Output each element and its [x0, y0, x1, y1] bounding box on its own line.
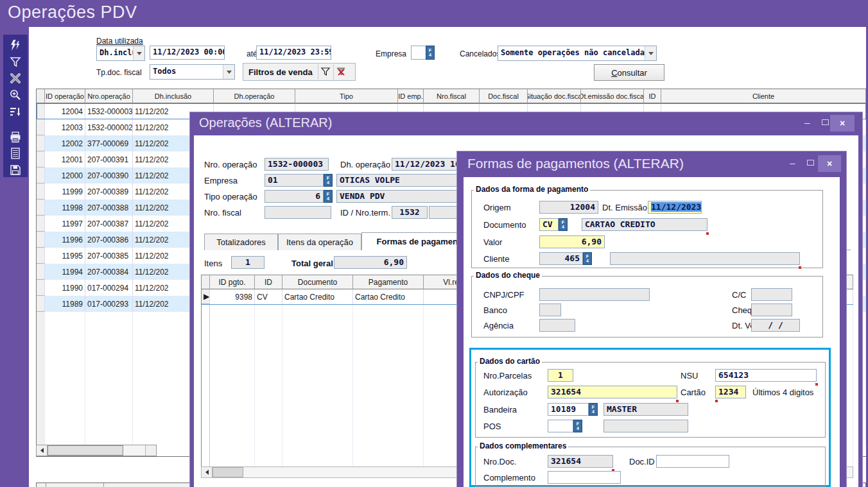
empresa-f4-button[interactable]: F4	[324, 174, 333, 187]
autorizacao-field[interactable]: 321654	[548, 386, 677, 398]
agencia-field[interactable]	[539, 319, 575, 332]
tab-itens-da-operacao[interactable]: Itens da operação	[278, 234, 361, 250]
minimize-button[interactable]: –	[790, 158, 795, 167]
report-button[interactable]	[8, 147, 23, 161]
bandeira-f4-button[interactable]: F4	[589, 403, 598, 416]
doc-id-field[interactable]	[656, 455, 729, 468]
nro-term-field[interactable]	[429, 206, 460, 219]
total-geral-label: Total geral	[291, 259, 333, 268]
col-id[interactable]: ID	[644, 89, 661, 103]
agencia-label: Agência	[483, 321, 514, 330]
header-indicator-cell	[202, 275, 210, 289]
dt-vencimento-field[interactable]: / /	[751, 319, 800, 332]
nro-doc-label: Nro.Doc.	[483, 457, 516, 466]
cheque-field[interactable]	[751, 303, 792, 316]
cartao-digitos-field[interactable]: 1234	[715, 386, 746, 398]
id-term-field[interactable]: 1532	[392, 206, 428, 219]
valor-field[interactable]: 6,90	[539, 235, 605, 248]
refresh-button[interactable]	[8, 38, 23, 53]
col-pagamento[interactable]: Pagamento	[353, 275, 424, 289]
col-nro-fiscal[interactable]: Nro.fiscal	[424, 89, 480, 103]
scrollbar-thumb[interactable]	[213, 467, 243, 477]
scroll-left-arrow-icon[interactable]	[37, 445, 48, 456]
print-button[interactable]	[8, 130, 23, 144]
chevron-down-icon[interactable]	[645, 46, 656, 60]
col-dh-inclusao[interactable]: Dh.inclusão	[133, 89, 214, 103]
col-documento[interactable]: Documento	[282, 275, 353, 289]
cnpj-cpf-field[interactable]	[539, 288, 650, 301]
pos-f4-button[interactable]: F4	[573, 420, 582, 432]
filter-funnel-icon	[9, 56, 22, 69]
report-grid-icon	[9, 147, 22, 160]
close-button[interactable]: ×	[818, 155, 841, 172]
id-nro-term-label: ID / Nro.term.	[340, 208, 390, 218]
col-id-emp[interactable]: ID emp.	[398, 89, 424, 103]
scroll-left-arrow-icon[interactable]	[202, 467, 213, 477]
table-hscrollbar[interactable]	[36, 445, 157, 456]
required-field-dot	[799, 266, 801, 269]
complemento-field[interactable]	[548, 471, 621, 484]
col-dt-emissao-doc-fiscal[interactable]: Dt.emissão doc.fiscal	[581, 89, 644, 103]
dt-emissao-field[interactable]: 11/12/2023	[648, 201, 702, 214]
empresa-f4-button[interactable]: F4	[426, 46, 435, 60]
cliente-desc-field	[610, 252, 800, 265]
col-id[interactable]: ID	[255, 275, 282, 289]
col-doc-fiscal[interactable]: Doc.fiscal	[480, 89, 528, 103]
filter-button[interactable]	[8, 55, 23, 69]
sort-button[interactable]	[8, 105, 23, 119]
funnel-red-x-icon	[336, 67, 346, 77]
required-field-dot	[815, 383, 818, 386]
col-id-pgto[interactable]: ID pgto.	[210, 275, 255, 289]
minimize-button[interactable]: –	[804, 117, 810, 127]
campo-data-combobox[interactable]: Dh.inclusão	[96, 46, 145, 61]
col-situacao-doc-fiscal[interactable]: Situação doc.fiscal	[528, 89, 581, 103]
data-de-input[interactable]: 11/12/2023 00:00:00	[150, 46, 225, 60]
limpar-filtros-button[interactable]	[333, 64, 349, 80]
nro-parcelas-field[interactable]: 1	[548, 369, 573, 382]
col-dh-operacao[interactable]: Dh.operação	[214, 89, 295, 103]
cliente-cod-field[interactable]: 465	[539, 252, 583, 265]
maximize-button[interactable]	[807, 160, 814, 166]
data-ate-input[interactable]: 11/12/2023 23:59:59	[256, 46, 331, 60]
clear-filter-button[interactable]	[8, 72, 23, 86]
nro-parcelas-label: Nro.Parcelas	[483, 371, 532, 380]
cc-field[interactable]	[751, 288, 792, 301]
banco-field[interactable]	[539, 303, 561, 316]
documento-cod-field[interactable]: CV	[539, 218, 559, 231]
col-cliente[interactable]: Cliente	[661, 89, 866, 103]
consultar-button[interactable]: Consultar	[594, 64, 664, 81]
grupo-cartao-title: Dados do cartão	[478, 357, 542, 366]
documento-label: Documento	[483, 220, 526, 230]
dialog-title: Formas de pagamentos (ALTERAR)	[467, 156, 684, 171]
chevron-down-icon[interactable]	[133, 46, 144, 60]
nro-fiscal-label: Nro. fiscal	[204, 208, 241, 218]
tab-totalizadores[interactable]: Totalizadores	[204, 234, 278, 250]
nro-operacao-field[interactable]: 1532-000003	[265, 158, 329, 171]
tipo-operacao-f4-button[interactable]: F4	[324, 190, 333, 203]
tp-doc-fiscal-combobox[interactable]: Todos	[150, 64, 235, 80]
zoom-button[interactable]	[8, 88, 23, 102]
bandeira-cod-field[interactable]: 10189	[548, 403, 589, 416]
empresa-cod-field[interactable]: 01	[265, 174, 324, 187]
cancelados-combobox[interactable]: Somente operações não canceladas	[498, 46, 657, 61]
empresa-input[interactable]	[411, 46, 426, 60]
itens-label: Itens	[204, 259, 222, 268]
filtros-venda-filter-button[interactable]	[318, 64, 333, 80]
nro-fiscal-field[interactable]	[265, 206, 331, 219]
documento-f4-button[interactable]: F4	[559, 218, 568, 231]
dh-operacao-field[interactable]: 11/12/2023 10:	[392, 158, 460, 171]
save-button[interactable]	[8, 163, 23, 177]
scrollbar-thumb[interactable]	[48, 445, 123, 456]
close-button[interactable]: ×	[830, 115, 855, 132]
col-tipo[interactable]: Tipo	[295, 89, 398, 103]
nsu-field[interactable]: 654123	[715, 369, 817, 382]
chevron-down-icon[interactable]	[223, 65, 234, 79]
nro-doc-field[interactable]: 321654	[548, 455, 613, 468]
cliente-f4-button[interactable]: F4	[583, 252, 592, 265]
scroll-right-arrow-icon[interactable]	[145, 445, 156, 456]
maximize-button[interactable]	[822, 119, 829, 125]
col-nro-operacao[interactable]: Nro.operação	[85, 89, 133, 103]
pos-field[interactable]	[548, 420, 573, 432]
col-id-operacao[interactable]: ID operação	[45, 89, 85, 103]
tipo-operacao-cod-field[interactable]: 6	[265, 190, 324, 203]
